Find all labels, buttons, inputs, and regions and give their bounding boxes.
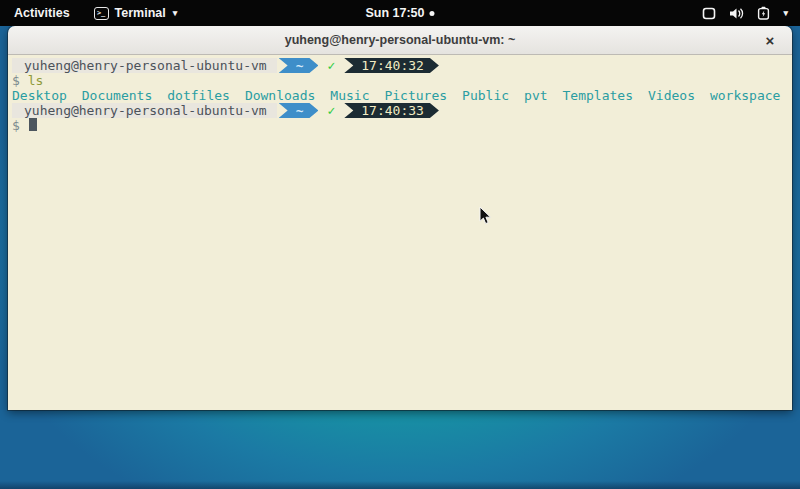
ls-item: Desktop <box>12 88 67 103</box>
screen-status-icon <box>702 7 716 20</box>
prompt-path-segment: ~ <box>279 58 319 73</box>
command-line: $ ls <box>12 73 788 88</box>
chevron-down-icon: ▾ <box>173 8 178 18</box>
close-button[interactable]: × <box>758 26 782 54</box>
ls-item: Public <box>462 88 509 103</box>
ls-item: Documents <box>82 88 152 103</box>
volume-icon <box>729 7 744 20</box>
prompt-symbol: $ <box>12 73 20 88</box>
command-text: ls <box>28 73 44 88</box>
ls-item: dotfiles <box>167 88 230 103</box>
clock-label: Sun 17:50 <box>365 6 424 20</box>
input-line[interactable]: $ <box>12 118 788 133</box>
activities-button[interactable]: Activities <box>0 0 84 26</box>
ls-item: Templates <box>563 88 633 103</box>
notification-dot-icon <box>430 11 435 16</box>
clock-button[interactable]: Sun 17:50 <box>365 0 434 26</box>
desktop-background: Activities >_ Terminal ▾ Sun 17:50 <box>0 0 800 489</box>
ls-item: Music <box>330 88 369 103</box>
app-menu-label: Terminal <box>115 6 166 20</box>
prompt-path-segment: ~ <box>279 103 319 118</box>
system-status-area[interactable]: ▾ <box>690 0 800 26</box>
ls-item: Pictures <box>384 88 447 103</box>
window-title: yuheng@henry-personal-ubuntu-vm: ~ <box>8 33 792 47</box>
terminal-app-icon: >_ <box>94 7 109 20</box>
battery-charging-icon <box>757 6 770 20</box>
prompt-user-segment: yuheng@henry-personal-ubuntu-vm <box>12 58 277 73</box>
status-check-icon: ✓ <box>318 103 342 118</box>
prompt-line-2: yuheng@henry-personal-ubuntu-vm ~ ✓ 17:4… <box>12 103 788 118</box>
system-menu-chevron-icon: ▾ <box>783 8 788 18</box>
ls-item: Videos <box>648 88 695 103</box>
prompt-line-1: yuheng@henry-personal-ubuntu-vm ~ ✓ 17:4… <box>12 58 788 73</box>
status-check-icon: ✓ <box>318 58 342 73</box>
prompt-user-segment: yuheng@henry-personal-ubuntu-vm <box>12 103 277 118</box>
ls-item: pvt <box>524 88 547 103</box>
app-menu-terminal[interactable]: >_ Terminal ▾ <box>84 0 188 26</box>
prompt-time-segment: 17:40:32 <box>344 58 439 73</box>
prompt-time-segment: 17:40:33 <box>344 103 439 118</box>
ls-output-row: DesktopDocumentsdotfilesDownloadsMusicPi… <box>12 88 788 103</box>
ls-item: Downloads <box>245 88 315 103</box>
prompt-symbol: $ <box>12 118 20 133</box>
window-titlebar[interactable]: yuheng@henry-personal-ubuntu-vm: ~ × <box>8 26 792 55</box>
terminal-cursor <box>29 118 37 131</box>
ls-item: workspace <box>710 88 780 103</box>
terminal-window: yuheng@henry-personal-ubuntu-vm: ~ × yuh… <box>8 26 792 410</box>
top-bar: Activities >_ Terminal ▾ Sun 17:50 <box>0 0 800 26</box>
terminal-content[interactable]: yuheng@henry-personal-ubuntu-vm ~ ✓ 17:4… <box>8 55 792 410</box>
